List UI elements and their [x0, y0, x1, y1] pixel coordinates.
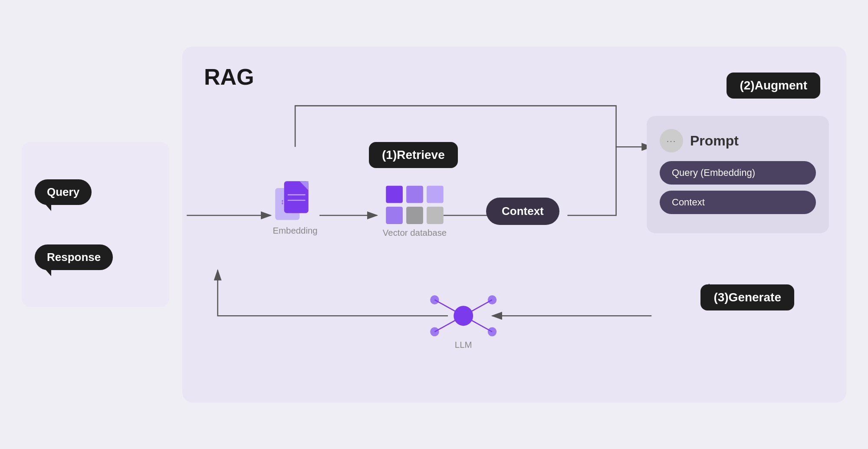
svg-line-26: [434, 300, 463, 316]
svg-point-24: [430, 327, 439, 337]
prompt-context-pill: Context: [660, 191, 816, 214]
svg-point-22: [430, 295, 439, 304]
svg-text:↕: ↕: [280, 197, 284, 205]
svg-rect-14: [386, 186, 403, 203]
context-pill: Context: [486, 198, 559, 225]
query-embedding-pill: Query (Embedding): [660, 161, 816, 185]
svg-line-7: [275, 188, 289, 202]
svg-rect-15: [406, 186, 423, 203]
rag-title: RAG: [204, 64, 254, 90]
svg-text:Embedding: Embedding: [273, 225, 318, 235]
svg-line-29: [464, 316, 492, 332]
prompt-header: ··· Prompt: [660, 129, 816, 152]
prompt-title: Prompt: [690, 133, 739, 149]
svg-line-27: [464, 300, 492, 316]
dots-icon: ···: [660, 129, 683, 152]
svg-line-28: [434, 316, 463, 332]
svg-rect-16: [427, 186, 444, 203]
outer-container: Query Response RAG (2)Augment: [22, 29, 846, 420]
augment-badge: (2)Augment: [727, 73, 820, 99]
response-bubble: Response: [35, 244, 113, 270]
svg-rect-17: [386, 207, 403, 224]
svg-rect-6: [275, 188, 299, 220]
retrieve-badge: (1)Retrieve: [369, 142, 458, 168]
svg-text:LLM: LLM: [455, 340, 472, 350]
prompt-panel: ··· Prompt Query (Embedding) Context: [647, 116, 829, 233]
query-bubble: Query: [35, 179, 92, 205]
svg-text:Vector database: Vector database: [383, 228, 447, 238]
svg-point-23: [488, 295, 496, 304]
generate-badge: (3)Generate: [700, 284, 794, 310]
svg-rect-18: [406, 207, 423, 224]
rag-panel: RAG (2)Augment: [182, 46, 846, 403]
svg-rect-8: [284, 181, 309, 213]
left-panel: Query Response: [22, 142, 169, 307]
svg-rect-19: [427, 207, 444, 224]
svg-point-21: [454, 306, 473, 326]
svg-point-25: [488, 327, 496, 337]
svg-marker-9: [299, 181, 308, 190]
